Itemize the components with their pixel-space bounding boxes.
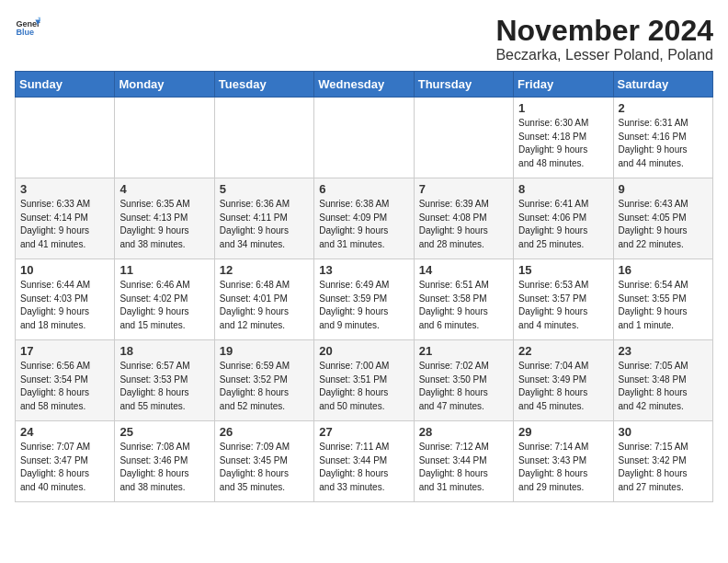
calendar-cell: 10Sunrise: 6:44 AM Sunset: 4:03 PM Dayli… [16, 259, 115, 340]
day-info: Sunrise: 6:53 AM Sunset: 3:57 PM Dayligh… [518, 279, 608, 332]
day-number: 23 [619, 344, 708, 358]
day-info: Sunrise: 6:43 AM Sunset: 4:05 PM Dayligh… [619, 198, 708, 251]
day-number: 1 [518, 101, 608, 115]
day-number: 19 [220, 344, 309, 358]
calendar-cell: 22Sunrise: 7:04 AM Sunset: 3:49 PM Dayli… [514, 340, 613, 421]
page-header: General Blue November 2024 Beczarka, Les… [15, 15, 713, 63]
weekday-header: Monday [115, 72, 214, 98]
calendar-cell: 9Sunrise: 6:43 AM Sunset: 4:05 PM Daylig… [613, 178, 712, 259]
day-number: 17 [20, 344, 109, 358]
calendar-cell: 6Sunrise: 6:38 AM Sunset: 4:09 PM Daylig… [314, 178, 414, 259]
logo: General Blue [15, 15, 40, 40]
day-info: Sunrise: 6:46 AM Sunset: 4:02 PM Dayligh… [119, 279, 209, 332]
calendar-cell: 4Sunrise: 6:35 AM Sunset: 4:13 PM Daylig… [115, 178, 214, 259]
day-number: 27 [319, 425, 408, 439]
day-number: 29 [518, 425, 608, 439]
day-info: Sunrise: 6:41 AM Sunset: 4:06 PM Dayligh… [518, 198, 608, 251]
day-info: Sunrise: 6:39 AM Sunset: 4:08 PM Dayligh… [419, 198, 508, 251]
weekday-header: Tuesday [214, 72, 313, 98]
calendar-cell: 19Sunrise: 6:59 AM Sunset: 3:52 PM Dayli… [214, 340, 313, 421]
calendar-body: 1Sunrise: 6:30 AM Sunset: 4:18 PM Daylig… [16, 98, 713, 502]
calendar-cell: 2Sunrise: 6:31 AM Sunset: 4:16 PM Daylig… [613, 98, 712, 178]
day-number: 12 [220, 263, 309, 277]
calendar-cell [214, 98, 313, 178]
calendar-cell: 21Sunrise: 7:02 AM Sunset: 3:50 PM Dayli… [414, 340, 513, 421]
day-number: 5 [220, 182, 309, 196]
day-info: Sunrise: 6:35 AM Sunset: 4:13 PM Dayligh… [119, 198, 209, 251]
day-number: 21 [419, 344, 508, 358]
weekday-header: Saturday [613, 72, 712, 98]
day-info: Sunrise: 7:07 AM Sunset: 3:47 PM Dayligh… [20, 441, 109, 494]
day-number: 24 [20, 425, 109, 439]
day-number: 22 [518, 344, 608, 358]
calendar-cell: 8Sunrise: 6:41 AM Sunset: 4:06 PM Daylig… [514, 178, 613, 259]
calendar-cell: 28Sunrise: 7:12 AM Sunset: 3:44 PM Dayli… [414, 421, 513, 502]
location-title: Beczarka, Lesser Poland, Poland [495, 47, 713, 63]
calendar-cell [314, 98, 414, 178]
day-info: Sunrise: 7:09 AM Sunset: 3:45 PM Dayligh… [220, 441, 309, 494]
calendar-cell: 26Sunrise: 7:09 AM Sunset: 3:45 PM Dayli… [214, 421, 313, 502]
day-info: Sunrise: 7:00 AM Sunset: 3:51 PM Dayligh… [319, 360, 408, 413]
day-info: Sunrise: 7:05 AM Sunset: 3:48 PM Dayligh… [619, 360, 708, 413]
day-number: 16 [619, 263, 708, 277]
calendar-cell: 14Sunrise: 6:51 AM Sunset: 3:58 PM Dayli… [414, 259, 513, 340]
calendar-cell: 16Sunrise: 6:54 AM Sunset: 3:55 PM Dayli… [613, 259, 712, 340]
calendar-cell: 17Sunrise: 6:56 AM Sunset: 3:54 PM Dayli… [16, 340, 115, 421]
weekday-header: Wednesday [314, 72, 414, 98]
day-number: 3 [20, 182, 109, 196]
day-info: Sunrise: 6:49 AM Sunset: 3:59 PM Dayligh… [319, 279, 408, 332]
day-number: 20 [319, 344, 408, 358]
calendar-table: SundayMondayTuesdayWednesdayThursdayFrid… [15, 71, 713, 502]
day-info: Sunrise: 6:51 AM Sunset: 3:58 PM Dayligh… [419, 279, 508, 332]
day-info: Sunrise: 7:11 AM Sunset: 3:44 PM Dayligh… [319, 441, 408, 494]
calendar-cell: 20Sunrise: 7:00 AM Sunset: 3:51 PM Dayli… [314, 340, 414, 421]
day-info: Sunrise: 7:12 AM Sunset: 3:44 PM Dayligh… [419, 441, 508, 494]
day-info: Sunrise: 7:02 AM Sunset: 3:50 PM Dayligh… [419, 360, 508, 413]
calendar-cell [16, 98, 115, 178]
day-number: 13 [319, 263, 408, 277]
day-number: 30 [619, 425, 708, 439]
calendar-cell: 13Sunrise: 6:49 AM Sunset: 3:59 PM Dayli… [314, 259, 414, 340]
day-number: 4 [119, 182, 209, 196]
day-info: Sunrise: 6:30 AM Sunset: 4:18 PM Dayligh… [518, 117, 608, 170]
calendar-cell: 7Sunrise: 6:39 AM Sunset: 4:08 PM Daylig… [414, 178, 513, 259]
weekday-header: Friday [514, 72, 613, 98]
day-number: 15 [518, 263, 608, 277]
day-info: Sunrise: 6:44 AM Sunset: 4:03 PM Dayligh… [20, 279, 109, 332]
day-info: Sunrise: 7:14 AM Sunset: 3:43 PM Dayligh… [518, 441, 608, 494]
day-number: 14 [419, 263, 508, 277]
day-info: Sunrise: 6:48 AM Sunset: 4:01 PM Dayligh… [220, 279, 309, 332]
calendar-cell: 27Sunrise: 7:11 AM Sunset: 3:44 PM Dayli… [314, 421, 414, 502]
calendar-cell: 5Sunrise: 6:36 AM Sunset: 4:11 PM Daylig… [214, 178, 313, 259]
day-number: 7 [419, 182, 508, 196]
calendar-cell: 23Sunrise: 7:05 AM Sunset: 3:48 PM Dayli… [613, 340, 712, 421]
day-number: 28 [419, 425, 508, 439]
day-info: Sunrise: 6:33 AM Sunset: 4:14 PM Dayligh… [20, 198, 109, 251]
calendar-cell: 12Sunrise: 6:48 AM Sunset: 4:01 PM Dayli… [214, 259, 313, 340]
day-number: 18 [119, 344, 209, 358]
calendar-cell: 30Sunrise: 7:15 AM Sunset: 3:42 PM Dayli… [613, 421, 712, 502]
calendar-cell: 24Sunrise: 7:07 AM Sunset: 3:47 PM Dayli… [16, 421, 115, 502]
calendar-cell: 18Sunrise: 6:57 AM Sunset: 3:53 PM Dayli… [115, 340, 214, 421]
calendar-cell: 15Sunrise: 6:53 AM Sunset: 3:57 PM Dayli… [514, 259, 613, 340]
logo-icon: General Blue [15, 15, 40, 40]
day-number: 10 [20, 263, 109, 277]
calendar-cell: 11Sunrise: 6:46 AM Sunset: 4:02 PM Dayli… [115, 259, 214, 340]
weekday-header: Thursday [414, 72, 513, 98]
calendar-cell: 29Sunrise: 7:14 AM Sunset: 3:43 PM Dayli… [514, 421, 613, 502]
day-info: Sunrise: 6:38 AM Sunset: 4:09 PM Dayligh… [319, 198, 408, 251]
day-number: 26 [220, 425, 309, 439]
calendar-cell [414, 98, 513, 178]
calendar-cell [115, 98, 214, 178]
day-info: Sunrise: 7:04 AM Sunset: 3:49 PM Dayligh… [518, 360, 608, 413]
calendar-header: SundayMondayTuesdayWednesdayThursdayFrid… [16, 72, 713, 98]
day-number: 25 [119, 425, 209, 439]
day-number: 8 [518, 182, 608, 196]
day-info: Sunrise: 6:56 AM Sunset: 3:54 PM Dayligh… [20, 360, 109, 413]
calendar-cell: 25Sunrise: 7:08 AM Sunset: 3:46 PM Dayli… [115, 421, 214, 502]
day-info: Sunrise: 7:15 AM Sunset: 3:42 PM Dayligh… [619, 441, 708, 494]
weekday-header: Sunday [16, 72, 115, 98]
day-number: 9 [619, 182, 708, 196]
title-area: November 2024 Beczarka, Lesser Poland, P… [495, 15, 713, 63]
day-info: Sunrise: 6:54 AM Sunset: 3:55 PM Dayligh… [619, 279, 708, 332]
